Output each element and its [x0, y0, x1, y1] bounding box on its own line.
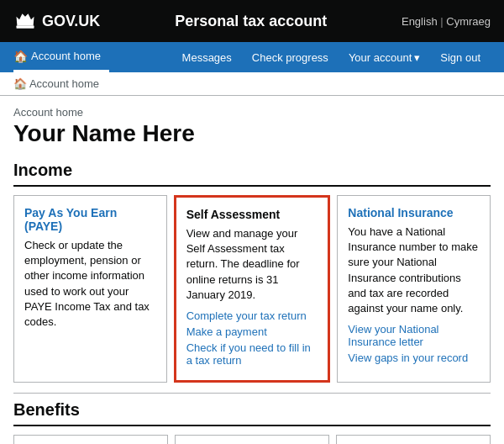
main-nav: 🏠 Account home Messages Check progress Y…: [0, 42, 504, 72]
language-selector: English | Cymraeg: [402, 15, 491, 28]
child-benefit-card: Child Benefit A tax-free payment to help…: [175, 435, 329, 444]
site-header: GOV.UK Personal tax account English | Cy…: [0, 0, 504, 42]
nav-links: Messages Check progress Your account ▾ S…: [172, 42, 491, 72]
account-home-nav[interactable]: 🏠 Account home: [13, 42, 109, 72]
benefits-section: Benefits Tax credits View your next paym…: [0, 394, 504, 444]
messages-link[interactable]: Messages: [172, 42, 242, 72]
tax-credits-card: Tax credits View your next payments and …: [13, 435, 168, 444]
check-fill-tax-return-link[interactable]: Check if you need to fill in a tax retur…: [186, 341, 318, 367]
home-icon: 🏠: [13, 50, 28, 63]
your-account-link[interactable]: Your account ▾: [339, 42, 430, 72]
chevron-down-icon: ▾: [414, 51, 420, 64]
benefits-cards-row: Tax credits View your next payments and …: [13, 435, 491, 444]
national-insurance-card-title: National Insurance: [348, 206, 480, 219]
check-progress-link[interactable]: Check progress: [242, 42, 339, 72]
income-section: Income Pay As You Earn (PAYE) Check or u…: [0, 154, 504, 393]
self-assessment-card: Self Assessment View and manage your Sel…: [174, 195, 331, 383]
national-insurance-card: National Insurance You have a National I…: [337, 195, 491, 383]
crown-icon: [13, 9, 37, 33]
account-label: Account home: [13, 106, 491, 119]
breadcrumb: 🏠 Account home: [0, 72, 504, 96]
self-assessment-card-description: View and manage your Self Assessment tax…: [186, 226, 318, 303]
page-title: Personal tax account: [100, 13, 402, 30]
marriage-allowance-card: Marriage Allowance Transfer part of your…: [336, 435, 491, 444]
user-name-heading: Your Name Here: [13, 120, 491, 147]
income-section-title: Income: [13, 161, 491, 187]
svg-rect-0: [17, 25, 34, 29]
english-link[interactable]: English: [402, 15, 438, 28]
sign-out-link[interactable]: Sign out: [430, 42, 491, 72]
view-ni-letter-link[interactable]: View your National Insurance letter: [348, 323, 480, 348]
page-header-area: Account home Your Name Here: [0, 96, 504, 154]
make-payment-link[interactable]: Make a payment: [186, 325, 318, 338]
breadcrumb-home-icon: 🏠: [13, 77, 27, 90]
welsh-link[interactable]: Cymraeg: [446, 15, 491, 28]
gov-uk-logo[interactable]: GOV.UK: [13, 9, 100, 33]
self-assessment-card-title: Self Assessment: [186, 208, 318, 221]
benefits-section-title: Benefits: [13, 400, 491, 426]
gov-uk-text: GOV.UK: [42, 13, 100, 30]
national-insurance-card-description: You have a National Insurance number to …: [348, 225, 480, 316]
income-cards-row: Pay As You Earn (PAYE) Check or update t…: [13, 195, 491, 383]
view-gaps-link[interactable]: View gaps in your record: [348, 352, 480, 364]
paye-card-description: Check or update the employment, pension …: [24, 238, 156, 330]
complete-tax-return-link[interactable]: Complete your tax return: [186, 309, 318, 322]
paye-card-title: Pay As You Earn (PAYE): [24, 206, 156, 233]
paye-card: Pay As You Earn (PAYE) Check or update t…: [13, 195, 167, 383]
